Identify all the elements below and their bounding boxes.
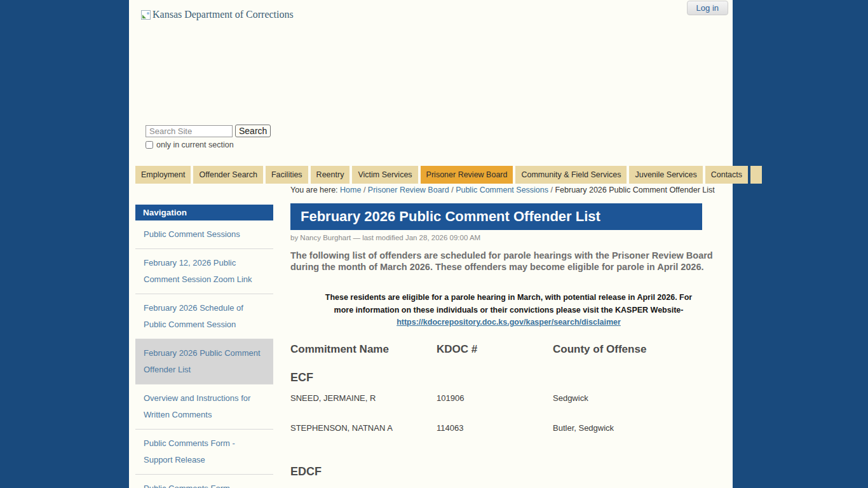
- tab-label: Contacts: [711, 170, 742, 179]
- sidebar-navigation: Navigation Public Comment SessionsFebrua…: [135, 205, 273, 488]
- intro-paragraph: The following list of offenders are sche…: [290, 250, 727, 273]
- breadcrumb-links: Home / Prisoner Review Board / Public Co…: [340, 186, 555, 194]
- sidebar-item[interactable]: February 12, 2026 Public Comment Session…: [135, 249, 273, 294]
- sidebar-item[interactable]: Public Comments Form - Oppose Release: [135, 475, 273, 488]
- breadcrumb-prefix: You are here:: [290, 186, 338, 194]
- offender-row: STEPHENSON, NATNAN A 114063 Butler, Sedg…: [290, 420, 727, 450]
- page-title: February 2026 Public Comment Offender Li…: [290, 203, 702, 230]
- offender-kdoc-number: 114063: [437, 423, 553, 433]
- search-button[interactable]: Search: [235, 125, 271, 137]
- nav-tab[interactable]: Prisoner Review Board: [421, 166, 513, 184]
- nav-tab[interactable]: Offender Search: [193, 166, 263, 184]
- column-header-county: County of Offense: [553, 343, 727, 356]
- offender-row: SNEED, JERMAINE, R 101906 Sedgwick: [290, 390, 727, 420]
- logo-alt-text: Kansas Department of Corrections: [153, 9, 294, 20]
- tab-label: Employment: [141, 170, 185, 179]
- site-header: Kansas Department of Corrections Log in …: [129, 0, 733, 164]
- login-button[interactable]: Log in: [687, 1, 728, 15]
- nav-tab[interactable]: Juvenile Services: [629, 166, 702, 184]
- sidebar-items: Public Comment SessionsFebruary 12, 2026…: [135, 220, 273, 488]
- only-current-section-checkbox[interactable]: [146, 141, 153, 149]
- sidebar-title: Navigation: [135, 205, 273, 220]
- breadcrumb-link[interactable]: Public Comment Sessions: [456, 186, 548, 194]
- sidebar-item[interactable]: February 2026 Schedule of Public Comment…: [135, 294, 273, 339]
- facility-group-header: ECF: [290, 371, 727, 384]
- offender-name: STEPHENSON, NATNAN A: [290, 423, 437, 433]
- nav-tabs: Employment Offender Search Facilities Re…: [135, 166, 733, 184]
- breadcrumb-separator: /: [548, 186, 555, 194]
- sidebar-item[interactable]: Public Comment Sessions: [135, 220, 273, 249]
- tab-label: Victim Services: [358, 170, 412, 179]
- offender-table-header: Commitment Name KDOC # County of Offense: [290, 343, 727, 356]
- offender-row: SANBORN, JUSTIN 112071 Montgomery: [290, 484, 727, 488]
- search-input[interactable]: [146, 125, 233, 137]
- main-content: February 2026 Public Comment Offender Li…: [290, 203, 727, 488]
- content-area: Kansas Department of Corrections Log in …: [129, 0, 733, 488]
- kasper-disclaimer-link[interactable]: https://kdocrepository.doc.ks.gov/kasper…: [290, 318, 727, 327]
- offender-county: Butler, Sedgwick: [553, 423, 727, 433]
- checkbox-label: only in current section: [156, 140, 234, 149]
- nav-tab[interactable]: Employment: [135, 166, 191, 184]
- offender-name: SNEED, JERMAINE, R: [290, 393, 437, 403]
- facility-group-header: EDCF: [290, 465, 727, 478]
- nav-tab[interactable]: Community & Field Services: [515, 166, 627, 184]
- broken-image-icon: [141, 10, 151, 20]
- tab-label: Offender Search: [199, 170, 257, 179]
- breadcrumb: You are here: Home / Prisoner Review Boa…: [290, 186, 715, 194]
- notice-paragraph: These residents are eligible for a parol…: [318, 292, 700, 316]
- sidebar-item[interactable]: February 2026 Public Comment Offender Li…: [135, 339, 273, 384]
- offender-kdoc-number: 101906: [437, 393, 553, 403]
- offender-county: Sedgwick: [553, 393, 727, 403]
- breadcrumb-link[interactable]: Home: [340, 186, 361, 194]
- sidebar-item[interactable]: Overview and Instructions for Written Co…: [135, 384, 273, 430]
- nav-tab[interactable]: Reentry: [311, 166, 350, 184]
- tab-spacer: [750, 166, 762, 184]
- breadcrumb-separator: /: [449, 186, 456, 194]
- nav-tab[interactable]: Victim Services: [352, 166, 417, 184]
- tab-label: Reentry: [316, 170, 344, 179]
- byline: by Nancy Burghart — last modified Jan 28…: [290, 234, 727, 241]
- site-logo-link[interactable]: Kansas Department of Corrections: [141, 9, 294, 20]
- offender-table-body: ECF SNEED, JERMAINE, R 101906 Sedgwick S…: [290, 371, 727, 488]
- search-scope-option: only in current section: [146, 140, 271, 149]
- column-header-kdoc: KDOC #: [437, 343, 553, 356]
- tab-label: Facilities: [271, 170, 302, 179]
- site-search: Search only in current section: [146, 125, 271, 149]
- sidebar-item[interactable]: Public Comments Form - Support Release: [135, 430, 273, 475]
- tab-label: Community & Field Services: [521, 170, 621, 179]
- breadcrumb-separator: /: [361, 186, 367, 194]
- breadcrumb-current: February 2026 Public Comment Offender Li…: [555, 186, 714, 194]
- column-header-name: Commitment Name: [290, 343, 437, 356]
- tab-label: Juvenile Services: [635, 170, 696, 179]
- nav-tab[interactable]: Contacts: [705, 166, 748, 184]
- nav-tab[interactable]: Facilities: [266, 166, 308, 184]
- breadcrumb-link[interactable]: Prisoner Review Board: [368, 186, 449, 194]
- tab-label: Prisoner Review Board: [426, 170, 508, 179]
